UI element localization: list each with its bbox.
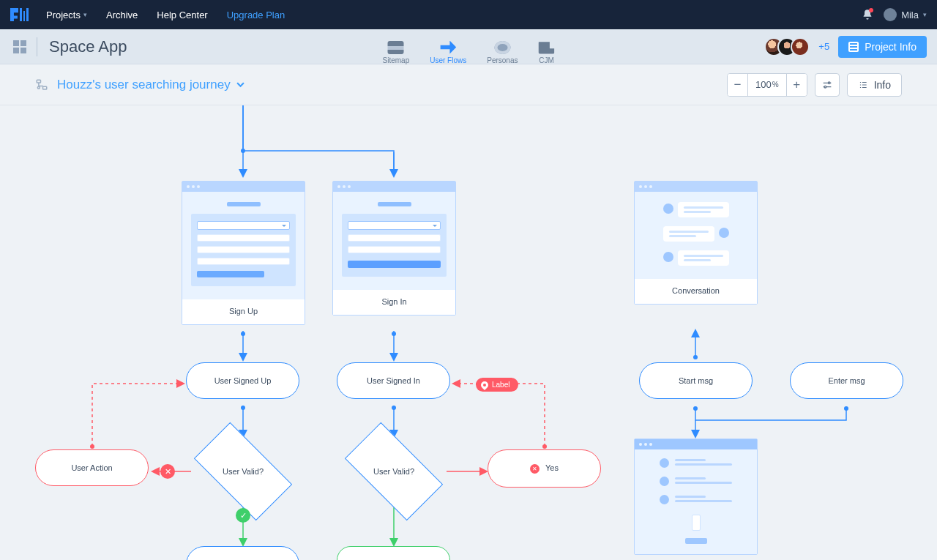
- screen-conversation[interactable]: Conversation: [634, 181, 758, 305]
- node-user-action[interactable]: User Action: [35, 449, 149, 486]
- grid-icon[interactable]: [13, 40, 26, 53]
- nav-help[interactable]: Help Center: [157, 10, 207, 20]
- collaborator-count[interactable]: +5: [818, 41, 829, 52]
- decision-user-valid-2[interactable]: User Valid?: [332, 435, 456, 508]
- mode-sitemap[interactable]: Sitemap: [383, 41, 410, 64]
- no-marker: ✕: [160, 464, 175, 479]
- yes-marker: ✓: [236, 508, 250, 523]
- svg-rect-1: [43, 86, 47, 89]
- project-title: Space App: [49, 37, 127, 56]
- screen-signin[interactable]: Sign In: [332, 181, 456, 316]
- svg-point-5: [241, 149, 245, 153]
- flow-info-button[interactable]: Info: [847, 73, 902, 97]
- svg-point-4: [824, 86, 826, 88]
- list-icon: [848, 42, 859, 52]
- screen-contacts[interactable]: [634, 438, 758, 555]
- node-user-signed-in[interactable]: User Signed In: [337, 362, 450, 399]
- notifications-icon[interactable]: [862, 9, 873, 20]
- edge-label[interactable]: Label: [476, 378, 518, 392]
- svg-point-14: [844, 406, 848, 411]
- yes-label: Yes: [545, 463, 559, 472]
- svg-point-6: [241, 332, 245, 336]
- node-peek-1[interactable]: User Action: [186, 546, 299, 560]
- screen-signup[interactable]: Sign Up: [182, 181, 305, 325]
- node-yes[interactable]: ✕Yes: [488, 449, 601, 488]
- svg-point-11: [542, 444, 547, 449]
- svg-point-12: [693, 355, 698, 359]
- divider: [37, 37, 37, 56]
- svg-point-3: [828, 82, 830, 84]
- zoom-out-button[interactable]: −: [728, 74, 748, 96]
- nav-archive[interactable]: Archive: [106, 10, 138, 20]
- collaborator-avatars[interactable]: [770, 37, 810, 56]
- flow-icon: [35, 78, 48, 92]
- chevron-down-icon: [236, 81, 244, 89]
- zoom-control: − 100% +: [727, 73, 807, 97]
- decision-user-valid-1[interactable]: User Valid?: [181, 435, 305, 508]
- svg-point-10: [90, 444, 94, 449]
- node-enter-msg[interactable]: Enter msg: [790, 362, 903, 399]
- zoom-in-button[interactable]: +: [786, 74, 807, 96]
- avatar: [884, 8, 897, 21]
- screen-caption: Conversation: [635, 279, 757, 304]
- logo[interactable]: [10, 8, 29, 21]
- mode-cjm[interactable]: CJM: [538, 41, 554, 64]
- x-icon: ✕: [530, 464, 540, 474]
- svg-point-9: [392, 406, 396, 410]
- user-menu[interactable]: Mila ▾: [884, 8, 927, 21]
- svg-point-2: [37, 86, 40, 89]
- svg-point-7: [392, 332, 396, 336]
- node-start-msg[interactable]: Start msg: [639, 362, 753, 399]
- screen-caption: Sign Up: [182, 299, 305, 324]
- mode-userflows[interactable]: User Flows: [430, 41, 466, 64]
- zoom-level: 100%: [748, 74, 786, 96]
- breadcrumb[interactable]: Houzz's user searching journey: [57, 78, 244, 92]
- avatar: [791, 37, 810, 56]
- project-info-button[interactable]: Project Info: [838, 36, 927, 58]
- screen-caption: Sign In: [333, 290, 455, 315]
- svg-point-8: [241, 406, 245, 410]
- mode-personas[interactable]: Personas: [487, 41, 518, 64]
- node-user-signed-up[interactable]: User Signed Up: [186, 362, 299, 399]
- sliders-icon: [821, 79, 833, 91]
- svg-rect-0: [37, 80, 40, 83]
- node-peek-2[interactable]: [337, 546, 450, 560]
- nav-upgrade[interactable]: Upgrade Plan: [227, 10, 285, 20]
- list-icon: [858, 80, 868, 90]
- nav-projects[interactable]: Projects▾: [46, 10, 87, 20]
- svg-point-13: [693, 406, 698, 411]
- settings-button[interactable]: [815, 73, 840, 97]
